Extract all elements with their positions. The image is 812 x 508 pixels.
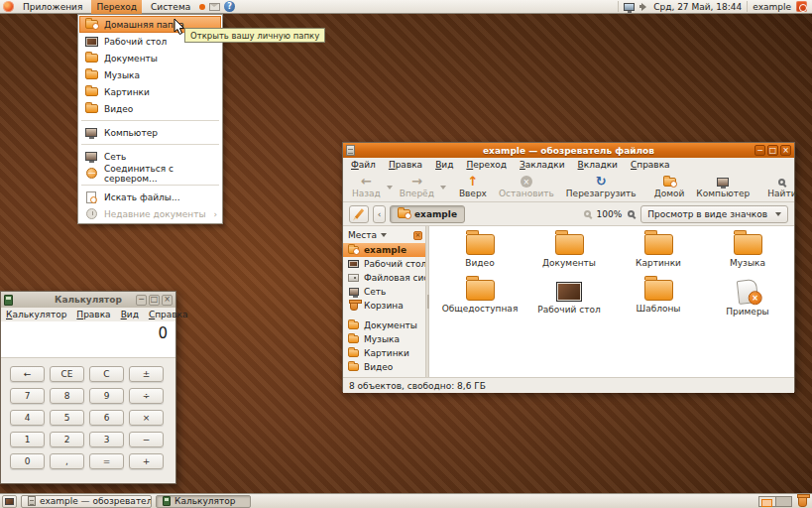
bottom-taskbar: example — обозреватель... Калькулятор: [0, 493, 812, 508]
calc-clear-button[interactable]: C: [89, 366, 124, 382]
chevron-down-icon: [775, 212, 781, 216]
user-switcher[interactable]: example: [753, 2, 791, 12]
sidebar-item-video[interactable]: Видео: [343, 360, 425, 374]
calc-equals-button[interactable]: =: [89, 453, 124, 469]
file-item-documents[interactable]: Документы: [524, 234, 614, 280]
file-item-pictures[interactable]: Картинки: [614, 234, 703, 280]
network-monitor-icon[interactable]: [624, 3, 635, 11]
shutdown-icon[interactable]: [796, 1, 807, 12]
workspace-switcher[interactable]: [758, 496, 792, 507]
maximize-button[interactable]: □: [767, 145, 778, 156]
menu-tabs[interactable]: Вкладки: [578, 160, 618, 170]
sidebar-header[interactable]: Места: [348, 230, 377, 240]
firefox-launcher-icon[interactable]: [199, 4, 205, 10]
calc-decimal-button[interactable]: ,: [50, 453, 84, 469]
zoom-out-icon[interactable]: [584, 210, 591, 217]
places-item-network[interactable]: Сеть: [79, 148, 221, 165]
sidebar-close-icon[interactable]: ×: [413, 231, 422, 240]
calc-0-button[interactable]: 0: [10, 453, 45, 469]
path-scroll-left-button[interactable]: ‹: [373, 205, 386, 223]
help-launcher-icon[interactable]: ?: [224, 1, 235, 12]
menu-calculator[interactable]: Калькулятор: [6, 310, 66, 319]
calc-6-button[interactable]: 6: [89, 410, 124, 426]
calc-9-button[interactable]: 9: [89, 388, 124, 404]
taskbar-window-calculator[interactable]: Калькулятор: [156, 495, 251, 508]
calc-7-button[interactable]: 7: [10, 388, 45, 404]
menu-system[interactable]: Система: [146, 0, 195, 14]
places-item-search-files[interactable]: Искать файлы...: [79, 189, 221, 205]
zoom-in-icon[interactable]: [628, 210, 635, 217]
minimize-button[interactable]: −: [754, 145, 765, 156]
file-item-music[interactable]: Музыка: [703, 234, 792, 280]
calc-divide-button[interactable]: ÷: [129, 388, 164, 404]
menu-edit[interactable]: Правка: [389, 160, 422, 170]
file-item-public[interactable]: Общедоступная: [435, 280, 524, 325]
menu-help[interactable]: Справка: [631, 160, 670, 170]
close-button[interactable]: ×: [162, 295, 173, 306]
maximize-button[interactable]: □: [149, 295, 160, 306]
home-button[interactable]: Домой: [649, 174, 690, 199]
sidebar-item-documents[interactable]: Документы: [343, 318, 425, 332]
volume-icon[interactable]: [639, 2, 648, 11]
calc-multiply-button[interactable]: ×: [129, 410, 164, 426]
taskbar-window-file-manager[interactable]: example — обозреватель...: [21, 495, 152, 508]
path-button-example[interactable]: example: [390, 205, 465, 223]
file-item-examples[interactable]: Примеры: [703, 280, 792, 325]
file-item-video[interactable]: Видео: [435, 234, 524, 280]
sidebar-item-filesystem[interactable]: Файловая сист...: [343, 271, 425, 285]
menu-view[interactable]: Вид: [435, 160, 453, 170]
sidebar-item-pictures[interactable]: Картинки: [343, 346, 425, 360]
calc-plusminus-button[interactable]: ±: [129, 366, 164, 382]
places-item-connect-server[interactable]: Соединиться с сервером...: [79, 165, 221, 182]
view-mode-combo[interactable]: Просмотр в виде значков: [640, 205, 788, 223]
file-manager-titlebar[interactable]: example — обозреватель файлов − □ ×: [343, 143, 794, 158]
menu-go[interactable]: Переход: [466, 160, 507, 170]
menu-help[interactable]: Справка: [149, 310, 188, 319]
sidebar-item-music[interactable]: Музыка: [343, 332, 425, 346]
mail-launcher-icon[interactable]: [209, 3, 220, 11]
close-button[interactable]: ×: [780, 145, 791, 156]
places-item-documents[interactable]: Документы: [79, 50, 221, 66]
sidebar-item-network[interactable]: Сеть: [343, 285, 425, 299]
menu-places[interactable]: Переход: [91, 0, 142, 14]
ubuntu-logo-icon[interactable]: [3, 1, 14, 12]
file-item-templates[interactable]: Шаблоны: [614, 280, 703, 325]
sidebar-item-home[interactable]: example: [343, 243, 425, 257]
search-button[interactable]: Найти: [762, 174, 801, 199]
menu-applications[interactable]: Приложения: [18, 0, 87, 14]
calc-minus-button[interactable]: −: [129, 432, 164, 447]
sidebar-item-trash[interactable]: Корзина: [343, 299, 425, 313]
calc-1-button[interactable]: 1: [10, 432, 45, 447]
menu-bookmarks[interactable]: Закладки: [520, 160, 565, 170]
computer-button[interactable]: Компьютер: [691, 174, 754, 199]
calculator-titlebar[interactable]: Калькулятор − □ ×: [1, 292, 175, 308]
places-item-computer[interactable]: Компьютер: [79, 124, 221, 141]
workspace-2[interactable]: [775, 497, 791, 506]
places-item-video[interactable]: Видео: [79, 100, 221, 117]
menu-view[interactable]: Вид: [121, 310, 139, 319]
file-item-desktop[interactable]: Рабочий стол: [524, 280, 614, 325]
toggle-location-entry-button[interactable]: [349, 205, 369, 223]
show-desktop-button[interactable]: [2, 495, 17, 508]
places-item-music[interactable]: Музыка: [79, 66, 221, 83]
trash-applet-icon[interactable]: [798, 496, 807, 507]
calc-3-button[interactable]: 3: [89, 432, 124, 447]
workspace-1[interactable]: [759, 497, 775, 506]
calc-backspace-button[interactable]: ←: [10, 366, 45, 382]
up-button[interactable]: ↑ Вверх: [454, 174, 492, 199]
places-item-pictures[interactable]: Картинки: [79, 83, 221, 100]
reload-button[interactable]: ↻ Перезагрузить: [561, 174, 641, 199]
pane-splitter[interactable]: [425, 226, 429, 377]
zoom-level[interactable]: 100%: [597, 209, 623, 219]
calc-5-button[interactable]: 5: [50, 410, 84, 426]
calc-plus-button[interactable]: +: [129, 453, 164, 469]
menu-edit[interactable]: Правка: [76, 310, 110, 319]
calc-ce-button[interactable]: CE: [50, 366, 84, 382]
menu-file[interactable]: Файл: [351, 160, 376, 170]
calc-2-button[interactable]: 2: [50, 432, 84, 447]
sidebar-item-desktop[interactable]: Рабочий стол: [343, 257, 425, 271]
panel-clock[interactable]: Срд, 27 Май, 18:44: [653, 2, 742, 12]
calc-8-button[interactable]: 8: [50, 388, 84, 404]
calc-4-button[interactable]: 4: [10, 410, 45, 426]
minimize-button[interactable]: −: [136, 295, 147, 306]
